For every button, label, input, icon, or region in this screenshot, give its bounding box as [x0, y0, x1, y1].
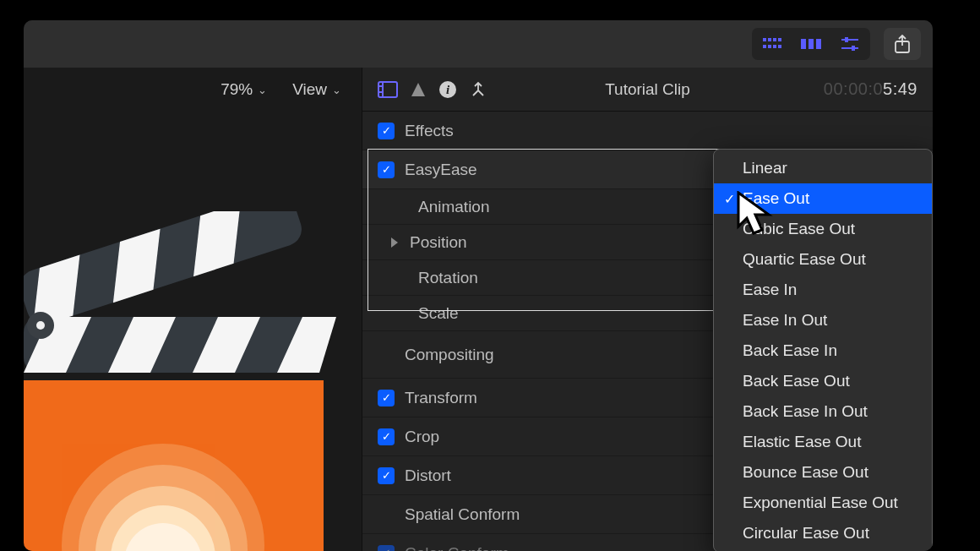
- video-inspector-icon[interactable]: [378, 81, 398, 98]
- svg-rect-13: [845, 37, 848, 42]
- view-dropdown[interactable]: View ⌄: [292, 80, 341, 99]
- chevron-down-icon: ⌄: [332, 84, 341, 96]
- svg-rect-1: [768, 38, 771, 41]
- svg-rect-8: [801, 39, 806, 49]
- disclosure-icon[interactable]: [391, 237, 398, 248]
- svg-rect-5: [768, 45, 771, 48]
- svg-point-26: [36, 321, 45, 330]
- easing-option[interactable]: Cubic Ease Out: [714, 214, 932, 244]
- easing-option[interactable]: Back Ease In: [714, 336, 932, 366]
- share-inspector-icon[interactable]: [469, 80, 487, 99]
- easing-option[interactable]: Back Ease In Out: [714, 396, 932, 427]
- view-label: View: [292, 80, 327, 99]
- inspector-header: i Tutorial Clip 00:00:05:49: [362, 68, 933, 112]
- layout-columns-button[interactable]: [794, 31, 828, 57]
- svg-rect-7: [778, 45, 781, 48]
- svg-rect-4: [763, 45, 766, 48]
- checkbox-icon[interactable]: ✓: [378, 545, 395, 552]
- clip-title: Tutorial Clip: [605, 80, 690, 99]
- svg-marker-37: [411, 83, 425, 96]
- easing-option[interactable]: Ease In Out: [714, 305, 932, 336]
- color-inspector-icon[interactable]: [410, 81, 427, 98]
- zoom-value: 79%: [220, 80, 253, 99]
- easing-option[interactable]: Back Ease Out: [714, 366, 932, 396]
- svg-rect-0: [763, 38, 766, 41]
- easing-option[interactable]: Circular Ease Out: [714, 518, 932, 548]
- svg-rect-3: [778, 38, 781, 41]
- checkbox-icon[interactable]: ✓: [378, 467, 395, 484]
- share-button[interactable]: [884, 28, 921, 60]
- easing-option[interactable]: Ease In: [714, 275, 932, 305]
- easing-option[interactable]: Quartic Ease Out: [714, 244, 932, 275]
- zoom-dropdown[interactable]: 79% ⌄: [220, 80, 267, 99]
- checkbox-icon[interactable]: ✓: [378, 428, 395, 445]
- svg-rect-9: [808, 39, 814, 49]
- svg-rect-14: [852, 46, 855, 51]
- checkbox-icon[interactable]: ✓: [378, 390, 395, 406]
- svg-rect-2: [773, 38, 776, 41]
- easing-option[interactable]: Elastic Ease Out: [714, 427, 932, 457]
- inspector-panel: i Tutorial Clip 00:00:05:49 ✓ Effects ✓ …: [362, 68, 933, 551]
- svg-rect-6: [773, 45, 776, 48]
- easing-option[interactable]: Linear: [714, 153, 932, 183]
- easing-option[interactable]: Bounce Ease Out: [714, 457, 932, 488]
- info-inspector-icon[interactable]: i: [438, 80, 457, 99]
- title-bar: [24, 20, 933, 68]
- layout-grid-button[interactable]: [755, 31, 789, 57]
- layout-sliders-button[interactable]: [833, 31, 867, 57]
- chevron-down-icon: ⌄: [258, 84, 267, 96]
- viewer-panel: 79% ⌄ View ⌄: [24, 68, 362, 551]
- checkbox-icon[interactable]: ✓: [378, 123, 395, 139]
- app-icon-area: [24, 211, 353, 551]
- easing-option[interactable]: Ease Out: [714, 183, 932, 214]
- effects-section[interactable]: ✓ Effects: [362, 112, 933, 150]
- svg-rect-33: [378, 82, 397, 97]
- layout-buttons-group: [752, 28, 870, 60]
- svg-rect-10: [816, 39, 821, 49]
- easing-option[interactable]: Exponential Ease Out: [714, 488, 932, 518]
- checkbox-icon[interactable]: ✓: [378, 161, 395, 178]
- easing-popup-menu: LinearEase OutCubic Ease OutQuartic Ease…: [713, 149, 933, 551]
- timecode: 00:00:05:49: [824, 79, 917, 99]
